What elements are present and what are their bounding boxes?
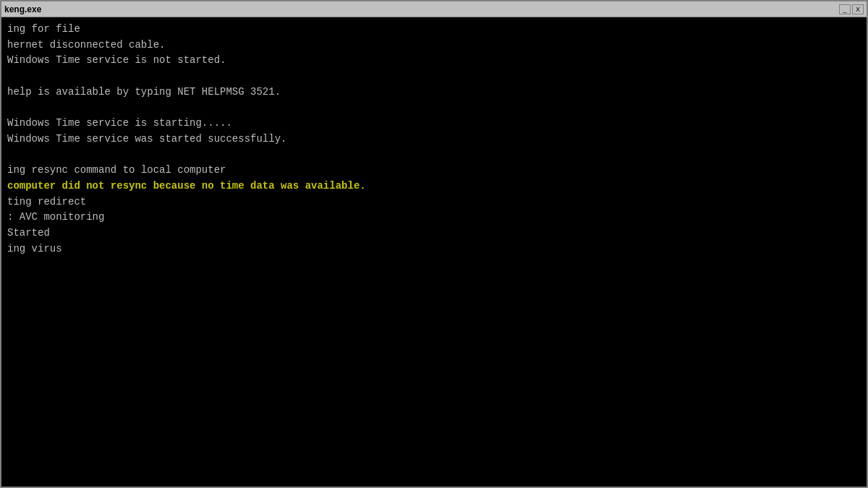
title-bar-left: keng.exe	[4, 4, 41, 14]
terminal-line: ing for file	[7, 22, 861, 38]
close-button[interactable]: X	[852, 4, 864, 14]
terminal-line: computer did not resync because no time …	[7, 179, 861, 194]
terminal-line: help is available by typing NET HELPMSG …	[7, 85, 861, 100]
title-bar: keng.exe _ X	[1, 1, 867, 17]
terminal-line: Started	[7, 226, 861, 241]
terminal-body: ing for filehernet disconnected cable.Wi…	[1, 17, 867, 487]
terminal-line: : AVC monitoring	[7, 210, 861, 226]
title-bar-buttons: _ X	[839, 4, 864, 14]
terminal-line	[7, 69, 861, 85]
cmd-window: keng.exe _ X ing for filehernet disconne…	[0, 0, 868, 488]
window-title: keng.exe	[4, 4, 41, 14]
terminal-line: Windows Time service is starting.....	[7, 116, 861, 132]
terminal-line: Windows Time service is not started.	[7, 53, 861, 69]
terminal-line: ing resync command to local computer	[7, 163, 861, 179]
terminal-line: Windows Time service was started success…	[7, 132, 861, 147]
terminal-line	[7, 147, 861, 163]
terminal-line: hernet disconnected cable.	[7, 38, 861, 53]
terminal-line	[7, 100, 861, 116]
terminal-line: ting redirect	[7, 194, 861, 210]
minimize-button[interactable]: _	[839, 4, 851, 14]
terminal-line: ing virus	[7, 241, 861, 257]
